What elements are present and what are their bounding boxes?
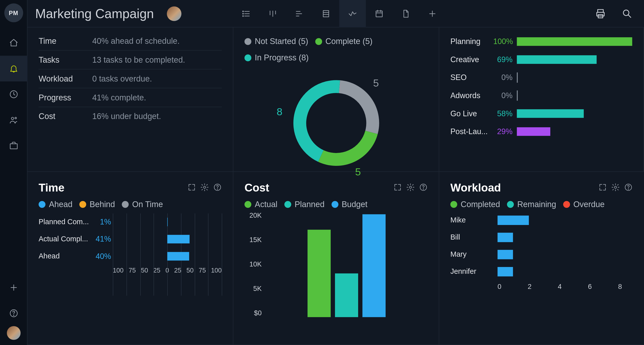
- workload-user: Jennifer: [450, 267, 497, 276]
- legend-color-dot: [39, 201, 45, 208]
- summary-value: 41% complete.: [92, 93, 146, 102]
- legend-item[interactable]: Remaining: [507, 200, 556, 209]
- time-row-percent: 1%: [92, 217, 111, 226]
- donut-value-label: 8: [277, 106, 282, 118]
- legend-item[interactable]: On Time: [122, 200, 163, 209]
- svg-point-8: [243, 15, 243, 16]
- summary-label: Workload: [39, 74, 92, 83]
- app-logo[interactable]: PM: [4, 4, 23, 22]
- legend-item[interactable]: Actual: [245, 200, 278, 209]
- gear-icon[interactable]: [611, 181, 620, 195]
- search-button[interactable]: [618, 5, 636, 23]
- gear-icon[interactable]: [406, 181, 415, 195]
- legend-color-dot: [284, 201, 291, 208]
- help-icon[interactable]: [213, 181, 222, 195]
- svg-point-22: [628, 189, 629, 189]
- legend-item[interactable]: Budget: [331, 200, 367, 209]
- svg-point-19: [423, 189, 424, 189]
- progress-bar-track: [517, 109, 632, 118]
- progress-row: SEO 0%: [450, 68, 632, 87]
- time-row-label: Actual Compl...: [39, 235, 92, 243]
- legend-label: Remaining: [517, 200, 556, 209]
- progress-phase-name: Creative: [450, 55, 489, 64]
- legend-color-dot: [245, 201, 251, 208]
- progress-percent: 29%: [493, 127, 513, 136]
- legend-label: Overdue: [573, 200, 604, 209]
- legend-item[interactable]: Not Started (5): [245, 37, 308, 46]
- project-owner-avatar[interactable]: [167, 6, 181, 21]
- view-files[interactable]: [392, 0, 419, 27]
- progress-phase-name: SEO: [450, 73, 489, 82]
- donut-chart: [289, 76, 383, 170]
- expand-icon[interactable]: [393, 181, 402, 195]
- expand-icon[interactable]: [598, 181, 607, 195]
- nav-portfolio[interactable]: [0, 133, 27, 159]
- nav-home[interactable]: [0, 30, 27, 56]
- legend-color-dot: [331, 201, 338, 208]
- summary-row: Cost 16% under budget.: [39, 107, 222, 126]
- workload-bar: [497, 267, 513, 276]
- nav-recent[interactable]: [0, 82, 27, 107]
- help-icon[interactable]: [419, 181, 428, 195]
- progress-bar-track: [517, 91, 632, 100]
- left-sidebar: PM: [0, 0, 27, 345]
- legend-item[interactable]: Ahead: [39, 200, 72, 209]
- workload-user: Mike: [450, 216, 497, 224]
- time-widget: Time Ahead Behind On Time Planne: [27, 172, 233, 345]
- legend-item[interactable]: Planned: [284, 200, 325, 209]
- axis-tick: 0: [497, 283, 501, 291]
- axis-tick: 6: [588, 283, 592, 291]
- cost-bar: [335, 274, 358, 317]
- legend-color-dot: [450, 201, 457, 208]
- view-list[interactable]: [233, 0, 259, 27]
- progress-percent: 58%: [493, 109, 513, 118]
- nav-notifications[interactable]: [0, 56, 27, 81]
- view-calendar[interactable]: [366, 0, 392, 27]
- axis-tick: 5K: [253, 285, 261, 293]
- legend-item[interactable]: In Progress (8): [245, 53, 309, 62]
- view-dashboard[interactable]: [339, 0, 366, 27]
- svg-point-5: [13, 315, 14, 316]
- progress-row: Creative 69%: [450, 51, 632, 69]
- progress-row: Planning 100%: [450, 32, 632, 51]
- legend-item[interactable]: Complete (5): [315, 37, 372, 46]
- axis-tick: 10K: [249, 260, 261, 268]
- gear-icon[interactable]: [200, 181, 209, 195]
- legend-color-dot: [245, 54, 251, 61]
- progress-bar: [517, 55, 596, 64]
- summary-row: Progress 41% complete.: [39, 88, 222, 107]
- print-button[interactable]: [591, 5, 609, 23]
- legend-color-dot: [507, 201, 514, 208]
- legend-label: Complete (5): [325, 37, 372, 46]
- progress-row: Go Live 58%: [450, 105, 632, 123]
- view-add[interactable]: [419, 0, 446, 27]
- view-gantt[interactable]: [286, 0, 313, 27]
- workload-row: Mary: [450, 246, 633, 263]
- workload-row: Mike: [450, 212, 633, 229]
- nav-help[interactable]: [0, 300, 27, 326]
- legend-label: On Time: [132, 200, 163, 209]
- user-avatar[interactable]: [7, 326, 20, 340]
- time-widget-title: Time: [39, 181, 64, 195]
- time-bar: [167, 235, 190, 243]
- nav-add[interactable]: [0, 275, 27, 300]
- time-row-label: Planned Com...: [39, 218, 92, 226]
- svg-rect-9: [323, 10, 329, 17]
- legend-color-dot: [563, 201, 570, 208]
- donut-value-label: 5: [373, 77, 379, 89]
- legend-item[interactable]: Completed: [450, 200, 500, 209]
- nav-team[interactable]: [0, 107, 27, 133]
- progress-bar-track: [517, 55, 632, 64]
- expand-icon[interactable]: [187, 181, 196, 195]
- axis-tick: 15K: [249, 236, 261, 244]
- progress-phase-name: Adwords: [450, 91, 489, 100]
- summary-value: 0 tasks overdue.: [92, 74, 152, 83]
- help-icon[interactable]: [624, 181, 633, 195]
- legend-item[interactable]: Overdue: [563, 200, 605, 209]
- time-bar-track: [113, 235, 222, 243]
- legend-item[interactable]: Behind: [79, 200, 115, 209]
- axis-tick: 4: [558, 283, 562, 291]
- progress-bar: [517, 37, 632, 46]
- view-sheet[interactable]: [313, 0, 339, 27]
- view-board[interactable]: [259, 0, 286, 27]
